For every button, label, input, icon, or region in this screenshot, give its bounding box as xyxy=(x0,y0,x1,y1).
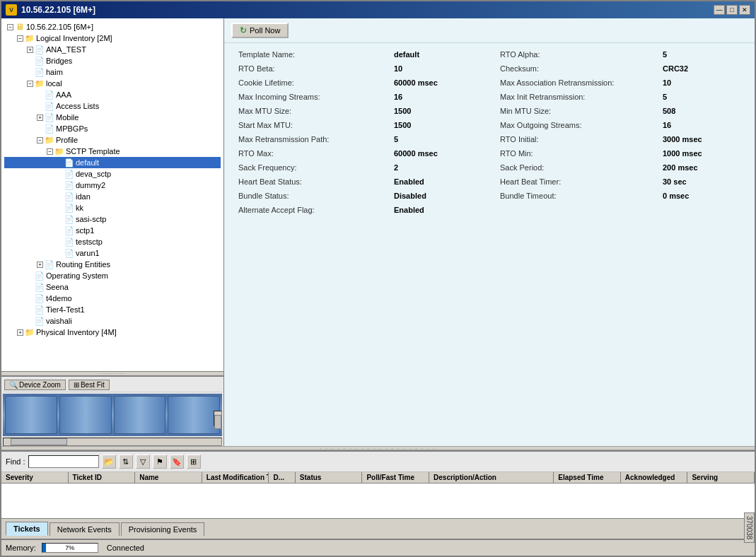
tree-item-default[interactable]: 📄 default xyxy=(4,157,221,168)
minimap-scrollbar-h[interactable] xyxy=(3,438,222,446)
tree-label-testsctp: testsctp xyxy=(76,238,103,246)
memory-pct: 7% xyxy=(42,544,98,552)
max-retrans-path-label: Max Retransmission Path: xyxy=(238,135,394,143)
find-bookmark-button[interactable]: 🔖 xyxy=(170,455,184,469)
tree-item-sasi-sctp[interactable]: 📄 sasi-sctp xyxy=(4,213,221,225)
device-zoom-button[interactable]: 🔍 Device Zoom xyxy=(4,380,66,390)
tree-item-logical[interactable]: − 📁 Logical Inventory [2M] xyxy=(4,33,221,44)
max-init-retrans-label: Max Init Retransmission: xyxy=(500,93,663,101)
tree-item-sctp-template[interactable]: − 📁 SCTP Template xyxy=(4,146,221,157)
icon-tier4-test1: 📄 xyxy=(35,305,45,315)
max-outgoing-value: 16 xyxy=(663,121,755,129)
template-name-value: default xyxy=(394,50,500,59)
scrollbar-v-thumb[interactable] xyxy=(214,415,221,429)
tree-item-access-lists[interactable]: 📄 Access Lists xyxy=(4,100,221,112)
tree-item-varun1[interactable]: 📄 varun1 xyxy=(4,247,221,259)
zoom-icon: 🔍 xyxy=(9,381,18,389)
tree-label-root: 10.56.22.105 [6M+] xyxy=(26,23,93,31)
minimap-scrollbar-v[interactable] xyxy=(214,411,222,426)
sack-period-label: Sack Period: xyxy=(500,163,663,172)
tree-item-testsctp[interactable]: 📄 testsctp xyxy=(4,236,221,247)
tree-label-mpbgps: MPBGPs xyxy=(56,124,88,133)
tree-label-local: local xyxy=(46,79,62,88)
tree-item-haim[interactable]: 📄 haim xyxy=(4,66,221,78)
device-icon-root: 🖥 xyxy=(15,22,25,32)
max-incoming-value: 16 xyxy=(394,93,500,101)
window-controls: — □ ✕ xyxy=(714,5,750,15)
tree-label-dummy2: dummy2 xyxy=(76,181,105,189)
detail-row-max-mtu: Max MTU Size: 1500 Min MTU Size: 508 xyxy=(238,107,740,115)
expand-icon-mobile[interactable]: + xyxy=(37,115,43,121)
close-button[interactable]: ✕ xyxy=(739,5,750,15)
find-extra-button[interactable]: ⊞ xyxy=(187,455,201,469)
tree-item-bridges[interactable]: 📄 Bridges xyxy=(4,55,221,66)
tree-item-kk[interactable]: 📄 kk xyxy=(4,202,221,213)
find-input[interactable] xyxy=(28,455,99,468)
expand-icon-local[interactable]: − xyxy=(27,81,33,87)
tree-item-t4demo[interactable]: 📄 t4demo xyxy=(4,293,221,304)
tab-tickets[interactable]: Tickets xyxy=(6,522,48,536)
tab-network-events-label: Network Events xyxy=(57,525,112,534)
find-filter-button[interactable]: ▽ xyxy=(136,455,150,469)
tab-network-events[interactable]: Network Events xyxy=(50,522,120,536)
tree-item-operating-system[interactable]: 📄 Operating System xyxy=(4,270,221,281)
tree-item-ana-test[interactable]: + 📄 ANA_TEST xyxy=(4,44,221,55)
icon-routing-entities: 📄 xyxy=(45,259,54,269)
tree-label-varun1: varun1 xyxy=(76,249,100,257)
tree-item-routing-entities[interactable]: + 📄 Routing Entities xyxy=(4,259,221,270)
tree-label-vaishali: vaishali xyxy=(46,317,72,325)
tree-item-aaa[interactable]: 📄 AAA xyxy=(4,89,221,100)
col-description: Description/Action xyxy=(429,472,554,483)
expand-icon-logical[interactable]: − xyxy=(17,35,23,42)
poll-now-button[interactable]: ↻ Poll Now xyxy=(231,23,289,38)
scrollbar-h-thumb[interactable] xyxy=(11,438,67,445)
app-icon: V xyxy=(6,4,17,16)
expand-icon-routing[interactable]: + xyxy=(37,262,43,268)
table-header-row: Severity Ticket ID Name Last Modificatio… xyxy=(1,472,755,483)
memory-label: Memory: xyxy=(6,544,36,552)
poll-icon: ↻ xyxy=(240,25,247,35)
best-fit-button[interactable]: ⊞ Best Fit xyxy=(69,380,110,390)
tree-item-vaishali[interactable]: 📄 vaishali xyxy=(4,315,221,327)
minimap: 🔍 Device Zoom ⊞ Best Fit xyxy=(1,375,223,446)
sack-freq-label: Sack Frequency: xyxy=(238,163,394,172)
expand-icon-ana[interactable]: + xyxy=(27,47,33,53)
icon-sasi-sctp: 📄 xyxy=(64,214,74,224)
minimize-button[interactable]: — xyxy=(714,5,725,15)
icon-ana: 📄 xyxy=(35,45,45,54)
tree-item-physical[interactable]: + 📁 Physical Inventory [4M] xyxy=(4,327,221,338)
find-flag-button[interactable]: ⚑ xyxy=(153,455,167,469)
tree-item-root[interactable]: − 🖥 10.56.22.105 [6M+] xyxy=(4,21,221,33)
tab-provisioning-events[interactable]: Provisioning Events xyxy=(121,522,205,536)
tree-label-kk: kk xyxy=(76,204,83,212)
minimap-canvas xyxy=(3,394,222,436)
tree-item-seena[interactable]: 📄 Seena xyxy=(4,281,221,293)
icon-access-lists: 📄 xyxy=(45,101,54,111)
mini-card-3 xyxy=(114,396,166,434)
expand-icon-physical[interactable]: + xyxy=(17,329,23,336)
icon-dummy2: 📄 xyxy=(64,180,74,190)
tree-label-access-lists: Access Lists xyxy=(56,102,99,110)
tree-item-local[interactable]: − 📁 local xyxy=(4,78,221,89)
tree-area[interactable]: − 🖥 10.56.22.105 [6M+] − 📁 Logical Inven… xyxy=(1,18,223,371)
tree-item-idan[interactable]: 📄 idan xyxy=(4,191,221,202)
tree-item-mpbgps[interactable]: 📄 MPBGPs xyxy=(4,123,221,134)
tree-item-deva-sctp[interactable]: 📄 deva_sctp xyxy=(4,168,221,180)
sack-freq-value: 2 xyxy=(394,163,500,172)
find-open-button[interactable]: 📂 xyxy=(102,455,116,469)
maximize-button[interactable]: □ xyxy=(726,5,738,15)
tree-item-dummy2[interactable]: 📄 dummy2 xyxy=(4,180,221,191)
icon-mobile: 📄 xyxy=(45,112,54,122)
tree-item-profile[interactable]: − 📁 Profile xyxy=(4,134,221,146)
expand-icon-profile[interactable]: − xyxy=(37,137,43,143)
tree-item-mobile[interactable]: + 📄 Mobile xyxy=(4,112,221,123)
tree-label-sctp1: sctp1 xyxy=(76,226,94,235)
table-data-area[interactable] xyxy=(1,483,755,518)
expand-icon-sctp[interactable]: − xyxy=(47,148,53,155)
tree-item-sctp1[interactable]: 📄 sctp1 xyxy=(4,225,221,236)
right-panel: ↻ Poll Now Template Name: default RTO Al… xyxy=(224,18,755,446)
find-sort-button[interactable]: ⇅ xyxy=(119,455,133,469)
tree-item-tier4-test1[interactable]: 📄 Tier4-Test1 xyxy=(4,304,221,315)
mini-card-4 xyxy=(168,396,220,434)
expand-icon-root[interactable]: − xyxy=(7,24,13,30)
